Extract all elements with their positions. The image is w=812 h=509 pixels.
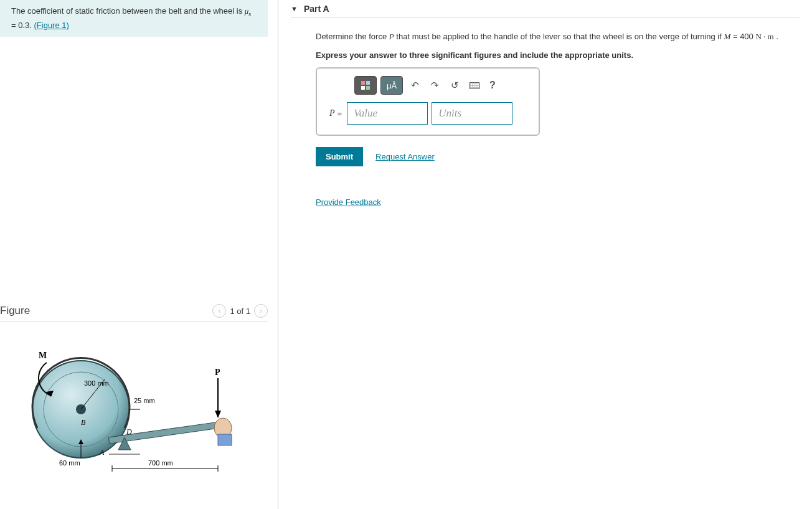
undo-button[interactable]: ↶ xyxy=(407,76,423,95)
submit-button[interactable]: Submit xyxy=(316,147,363,166)
label-25mm: 25 mm xyxy=(134,397,155,404)
problem-text: The coefficient of static friction betwe… xyxy=(11,6,245,16)
label-300mm: 300 mm xyxy=(84,379,109,387)
units-input[interactable]: Units xyxy=(432,102,512,125)
figure-next-button[interactable]: › xyxy=(254,304,268,318)
figure-prev-button[interactable]: ‹ xyxy=(212,304,226,318)
figure-image: P M 300 mm 25 mm B D A xyxy=(0,322,268,505)
provide-feedback-link[interactable]: Provide Feedback xyxy=(316,197,381,207)
label-700mm: 700 mm xyxy=(148,459,173,467)
keyboard-button[interactable] xyxy=(466,76,483,95)
mu-sub: s xyxy=(248,11,251,17)
answer-instruction: Express your answer to three significant… xyxy=(316,49,800,62)
figure-body: P M 300 mm 25 mm B D A xyxy=(0,322,268,509)
variable-label: P xyxy=(329,108,335,118)
mu-eq: = 0.3. xyxy=(11,21,34,30)
label-P: P xyxy=(215,368,220,377)
label-A: A xyxy=(99,448,105,457)
figure-page-indicator: 1 of 1 xyxy=(230,307,250,316)
answer-toolbar: μÅ ↶ ↷ ↺ ? xyxy=(354,76,526,95)
value-input[interactable]: Value xyxy=(347,102,428,125)
greek-symbols-button[interactable]: μÅ xyxy=(380,76,403,95)
figure-panel: Figure ‹ 1 of 1 › xyxy=(0,300,268,509)
templates-button[interactable] xyxy=(354,76,377,95)
label-D: D xyxy=(126,427,132,436)
request-answer-link[interactable]: Request Answer xyxy=(375,152,435,161)
answer-box: μÅ ↶ ↷ ↺ ? P = Value Units xyxy=(316,67,540,136)
part-header[interactable]: ▼ Part A xyxy=(291,0,800,18)
reset-button[interactable]: ↺ xyxy=(446,76,463,95)
label-M: M xyxy=(39,351,47,360)
svg-rect-7 xyxy=(218,434,232,445)
figure-title: Figure xyxy=(0,305,30,317)
collapse-icon: ▼ xyxy=(291,5,298,12)
part-title: Part A xyxy=(304,4,329,14)
help-button[interactable]: ? xyxy=(486,76,499,95)
redo-button[interactable]: ↷ xyxy=(427,76,443,95)
templates-icon xyxy=(361,81,370,90)
figure-pager: ‹ 1 of 1 › xyxy=(212,304,268,318)
label-60mm: 60 mm xyxy=(59,459,80,467)
question-prompt: Determine the force P that must be appli… xyxy=(316,31,800,43)
label-B: B xyxy=(81,418,86,427)
figure-link[interactable]: (Figure 1) xyxy=(34,21,69,30)
problem-statement: The coefficient of static friction betwe… xyxy=(0,0,268,37)
svg-marker-9 xyxy=(215,411,221,418)
equals-label: = xyxy=(338,109,342,118)
keyboard-icon xyxy=(469,82,480,89)
